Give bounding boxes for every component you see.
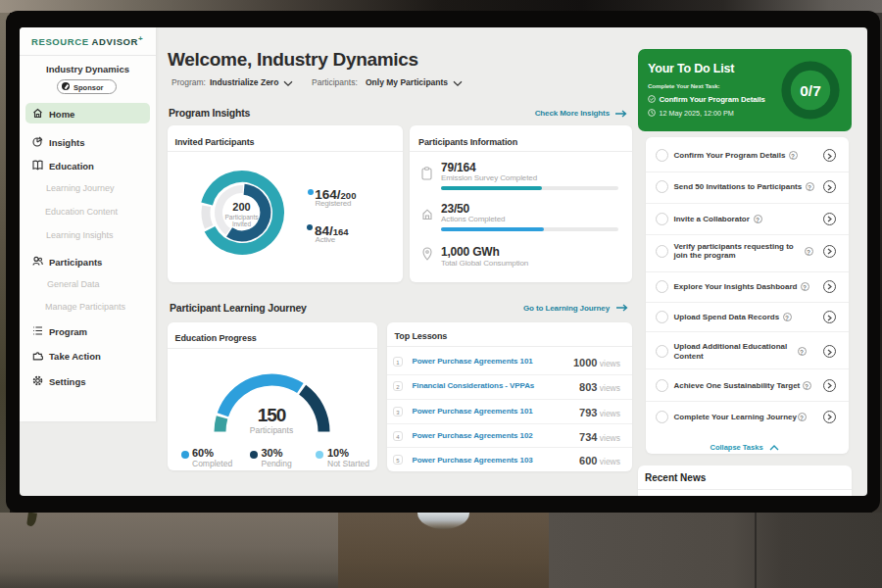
svg-text:0/7: 0/7: [800, 82, 821, 99]
